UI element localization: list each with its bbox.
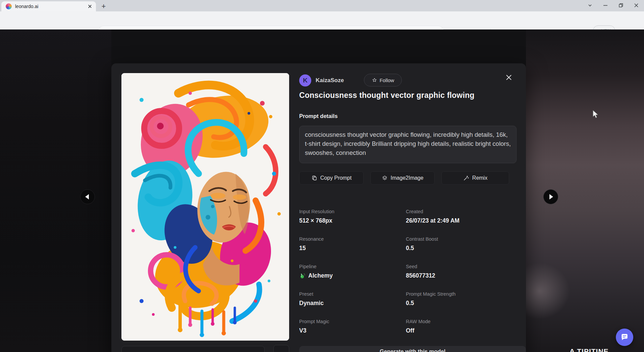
- detail-label: Resonance: [299, 236, 406, 242]
- detail-label: Prompt Magic Strength: [406, 291, 521, 297]
- generation-details-grid: Input Resolution 512 × 768px Created 26/…: [299, 209, 521, 346]
- detail-created: Created 26/07/23 at 2:49 AM: [406, 209, 521, 236]
- previous-image-button[interactable]: [80, 189, 95, 204]
- detail-input-resolution: Input Resolution 512 × 768px: [299, 209, 406, 236]
- chevron-left-icon: [85, 194, 89, 199]
- backdrop-right-blur: [526, 30, 644, 352]
- magic-wand-icon: [463, 175, 469, 181]
- detail-value: 512 × 768px: [299, 217, 406, 224]
- detail-label: Prompt Magic: [299, 319, 406, 324]
- generation-title: Consciousness thought vector graphic flo…: [299, 91, 521, 100]
- follow-button[interactable]: Follow: [364, 74, 402, 86]
- browser-toolbar: app.leonardo.ai VPN: [0, 11, 644, 30]
- new-tab-button[interactable]: +: [99, 2, 108, 11]
- remix-label: Remix: [472, 175, 487, 181]
- detail-label: Preset: [299, 291, 406, 297]
- copy-icon: [311, 175, 317, 181]
- window-controls: [582, 0, 644, 11]
- tab-close-icon[interactable]: [87, 4, 93, 9]
- detail-value: V3: [299, 327, 406, 334]
- generate-with-model-button[interactable]: Generate with this model: [299, 346, 526, 352]
- browser-tab-strip: leonardo.ai +: [0, 0, 644, 11]
- generated-artwork-image[interactable]: [121, 73, 289, 341]
- user-avatar[interactable]: K: [299, 74, 311, 86]
- detail-raw-mode: RAW Mode Off: [406, 319, 521, 346]
- detail-value: Off: [406, 327, 521, 334]
- close-window-button[interactable]: [629, 0, 644, 11]
- detail-label: Created: [406, 209, 521, 214]
- bottom-toolbar-stub: [121, 346, 265, 352]
- image-detail-modal: K KaizaSoze Follow Consciousness thought…: [111, 63, 526, 352]
- detail-value: 856077312: [406, 272, 521, 279]
- detail-label: Input Resolution: [299, 209, 406, 214]
- star-icon: [372, 77, 377, 83]
- close-icon[interactable]: [504, 73, 513, 82]
- prompt-details-heading: Prompt details: [299, 113, 338, 119]
- detail-contrast-boost: Contrast Boost 0.5: [406, 236, 521, 264]
- copy-prompt-button[interactable]: Copy Prompt: [299, 171, 364, 185]
- username[interactable]: KaizaSoze: [316, 77, 344, 84]
- detail-pipeline: Pipeline Alchemy: [299, 264, 406, 291]
- detail-prompt-magic-strength: Prompt Magic Strength 0.5: [406, 291, 521, 319]
- screen: { "browser": { "tab_title": "leonardo.ai…: [0, 0, 644, 352]
- detail-label: Seed: [406, 264, 521, 269]
- detail-value: 0.5: [406, 300, 521, 307]
- chevron-right-icon: [549, 194, 553, 199]
- chat-bubble-icon: [620, 333, 629, 342]
- detail-value: Alchemy: [299, 272, 406, 279]
- action-button-row: Copy Prompt Image2Image Remix: [299, 171, 517, 185]
- support-chat-button[interactable]: [616, 329, 633, 346]
- minimize-button[interactable]: [598, 0, 613, 11]
- next-image-button[interactable]: [543, 189, 558, 204]
- detail-resonance: Resonance 15: [299, 236, 406, 264]
- remix-button[interactable]: Remix: [441, 171, 509, 185]
- detail-prompt-magic: Prompt Magic V3: [299, 319, 406, 346]
- potion-icon: [299, 273, 306, 279]
- bottom-button-stub: [273, 345, 289, 352]
- tab-title: leonardo.ai: [15, 4, 87, 9]
- prompt-text: consciousness thought vector graphic flo…: [305, 130, 511, 157]
- layers-icon: [382, 175, 388, 181]
- tab-search-chevron-icon[interactable]: [582, 0, 598, 11]
- image2image-label: Image2Image: [391, 175, 424, 181]
- detail-preset: Preset Dynamic: [299, 291, 406, 319]
- prompt-box[interactable]: consciousness thought vector graphic flo…: [299, 126, 517, 163]
- detail-value: 0.5: [406, 245, 521, 252]
- tab-favicon-icon: [6, 3, 12, 9]
- follow-label: Follow: [380, 77, 394, 83]
- browser-tab[interactable]: leonardo.ai: [1, 1, 96, 11]
- detail-label: RAW Mode: [406, 319, 521, 324]
- detail-value: 15: [299, 245, 406, 252]
- detail-value: Dynamic: [299, 300, 406, 307]
- backdrop-left: [0, 30, 111, 352]
- mouse-cursor: [592, 110, 600, 121]
- pipeline-value: Alchemy: [308, 272, 333, 279]
- detail-label: Pipeline: [299, 264, 406, 269]
- detail-value: 26/07/23 at 2:49 AM: [406, 217, 521, 224]
- detail-label: Contrast Boost: [406, 236, 521, 242]
- image2image-button[interactable]: Image2Image: [370, 171, 435, 185]
- watermark-text: A TIPITINE: [570, 347, 630, 352]
- detail-seed: Seed 856077312: [406, 264, 521, 291]
- copy-prompt-label: Copy Prompt: [320, 175, 352, 181]
- restore-button[interactable]: [613, 0, 629, 11]
